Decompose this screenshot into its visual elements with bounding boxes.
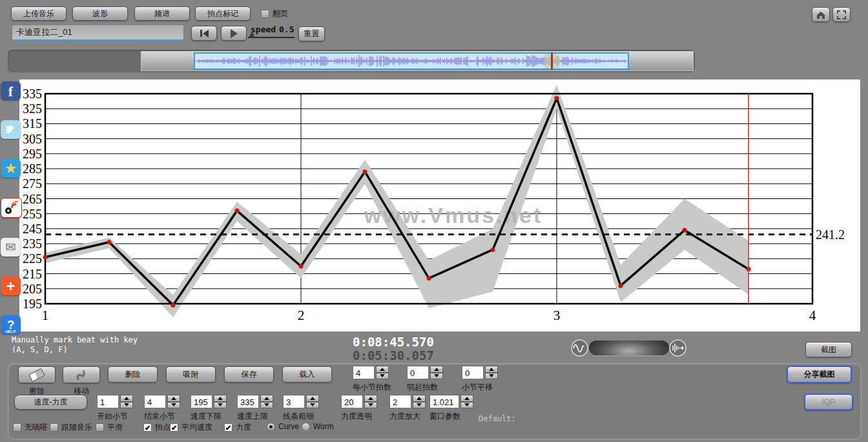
addthis-icon[interactable]: + <box>1 277 21 295</box>
tempo-max-spinner-up-button[interactable] <box>260 395 273 402</box>
window-param-spinner-up-button[interactable] <box>460 395 473 402</box>
tempo-min-spinner-up-button[interactable] <box>214 395 227 402</box>
smooth-checkbox-box[interactable] <box>96 423 104 432</box>
page-turn-checkbox-box[interactable] <box>261 10 269 18</box>
share-screenshot-button[interactable]: 分享截图 <box>787 366 852 383</box>
beat-point[interactable] <box>555 96 559 100</box>
line-width-spinner-up-button[interactable] <box>306 395 319 402</box>
waveform-playhead[interactable] <box>551 52 553 70</box>
worm-radio-circle[interactable] <box>302 423 310 431</box>
dynamics-opacity-spinner-up-button[interactable] <box>364 395 377 402</box>
curve-radio[interactable]: Curve <box>267 422 299 431</box>
beat-point[interactable] <box>363 169 367 174</box>
delete-button[interactable]: 删除 <box>108 366 158 383</box>
end-bar-spinner-up-button[interactable] <box>167 395 180 402</box>
beat-point[interactable] <box>619 284 623 288</box>
speed-slider-thumb[interactable] <box>249 32 255 37</box>
average-tempo-checkbox[interactable]: ✔平均速度 <box>170 422 212 433</box>
beat-mark-button[interactable]: 拍点标记 <box>195 6 251 21</box>
twitter-icon[interactable] <box>1 120 21 139</box>
dynamics-checkbox[interactable]: ✔力度 <box>224 422 251 433</box>
beats-per-bar-spinner-up-button[interactable] <box>376 366 389 373</box>
help-icon[interactable]: ?HELP <box>1 315 21 334</box>
page-turn-checkbox[interactable]: 翻页 <box>261 8 288 19</box>
pickup-beats-spinner-up-button[interactable] <box>430 366 443 373</box>
pickup-beats-spinner-down-button[interactable] <box>430 373 443 380</box>
beat-point[interactable] <box>299 264 304 268</box>
volume-slider[interactable] <box>589 341 669 355</box>
fullscreen-icon[interactable] <box>832 7 851 22</box>
worm-radio[interactable]: Worm <box>302 422 334 431</box>
mail-icon[interactable]: ✉ <box>1 238 21 257</box>
no-click-checkbox-box[interactable] <box>13 423 21 432</box>
smooth-checkbox[interactable]: 平滑 <box>96 422 123 433</box>
home-icon[interactable] <box>812 7 830 22</box>
start-bar-spinner-down-button[interactable] <box>120 402 133 409</box>
beat-point[interactable] <box>491 247 495 252</box>
follow-music-checkbox-box[interactable] <box>50 423 58 432</box>
follow-music-checkbox[interactable]: 跟随音乐 <box>50 422 92 433</box>
dynamics-scale-spinner-value[interactable]: 2 <box>389 395 411 408</box>
save-button[interactable]: 保存 <box>224 366 274 383</box>
bar-shift-spinner-down-button[interactable] <box>485 373 498 380</box>
iqp-button[interactable]: IQP <box>804 394 853 410</box>
pickup-beats-spinner-value[interactable]: 0 <box>407 366 429 379</box>
tempo-min-spinner-value[interactable]: 195 <box>191 395 212 408</box>
tempo-dynamics-mode-button[interactable]: 速度-力度 <box>14 395 87 410</box>
tempo-max-spinner-value[interactable]: 335 <box>237 395 259 408</box>
curve-radio-circle[interactable] <box>267 423 275 431</box>
snap-button[interactable]: 吸附 <box>166 366 216 383</box>
beats-per-bar-spinner-value[interactable]: 4 <box>353 366 375 379</box>
erase-tool-button[interactable] <box>18 366 56 383</box>
no-click-checkbox[interactable]: 无嘀嗒 <box>13 422 48 433</box>
beat-point[interactable] <box>43 255 48 260</box>
tempo-min-spinner-down-button[interactable] <box>214 402 227 409</box>
line-width-spinner-value[interactable]: 3 <box>283 395 305 408</box>
window-param-spinner-down-button[interactable] <box>460 402 473 409</box>
line-width-spinner-down-button[interactable] <box>306 402 319 409</box>
line-width-spinner-row: 3 <box>283 395 319 408</box>
end-bar-spinner-down-button[interactable] <box>167 402 180 409</box>
reset-button[interactable]: 重置 <box>298 26 325 41</box>
window-param-spinner-value[interactable]: 1.021 <box>429 395 459 408</box>
tempo-chart[interactable]: 1952052152252352452552652752852953053153… <box>19 79 860 332</box>
qzone-icon[interactable]: ★ <box>1 159 21 178</box>
beat-points-checkbox-box[interactable]: ✔ <box>143 423 152 432</box>
y-tick-label: 255 <box>23 207 42 221</box>
beat-point[interactable] <box>683 228 687 233</box>
beat-points-checkbox[interactable]: ✔拍点 <box>143 422 170 433</box>
waveform-selection-region[interactable] <box>194 52 629 70</box>
track-name-input[interactable] <box>12 25 184 41</box>
load-button[interactable]: 载入 <box>282 366 332 383</box>
dynamics-scale-spinner-down-button[interactable] <box>413 402 426 409</box>
waveform-arrow-icon[interactable] <box>669 339 687 359</box>
dynamics-opacity-spinner-down-button[interactable] <box>364 402 377 409</box>
weibo-icon[interactable] <box>1 198 22 218</box>
upload-music-button[interactable]: 上传音乐 <box>11 6 67 21</box>
facebook-icon[interactable]: f <box>1 81 21 100</box>
beat-point[interactable] <box>235 209 240 213</box>
spectrum-button[interactable]: 频谱 <box>134 6 190 21</box>
tempo-max-spinner-down-button[interactable] <box>260 402 273 409</box>
sine-wave-icon[interactable] <box>571 339 588 359</box>
skip-back-button[interactable] <box>191 26 217 41</box>
bar-shift-spinner-value[interactable]: 0 <box>462 366 484 379</box>
facebook-icon-glyph: f <box>8 83 13 100</box>
dynamics-checkbox-box[interactable]: ✔ <box>224 423 232 432</box>
beat-point[interactable] <box>427 276 431 280</box>
dynamics-opacity-spinner-value[interactable]: 20 <box>341 395 363 408</box>
screenshot-button[interactable]: 截图 <box>805 342 852 357</box>
end-bar-spinner-value[interactable]: 4 <box>144 395 166 408</box>
bar-shift-spinner-up-button[interactable] <box>485 366 498 373</box>
beat-point[interactable] <box>171 303 176 308</box>
beats-per-bar-spinner-down-button[interactable] <box>376 373 389 380</box>
beat-point[interactable] <box>107 240 112 244</box>
dynamics-scale-spinner-up-button[interactable] <box>413 395 426 402</box>
start-bar-spinner-up-button[interactable] <box>120 395 133 402</box>
move-tool-button[interactable] <box>63 366 100 383</box>
start-bar-spinner-value[interactable]: 1 <box>97 395 119 408</box>
play-button[interactable] <box>221 26 247 41</box>
average-tempo-checkbox-box[interactable]: ✔ <box>170 423 178 432</box>
waveform-button[interactable]: 波形 <box>72 6 128 21</box>
waveform-track[interactable] <box>141 51 694 71</box>
